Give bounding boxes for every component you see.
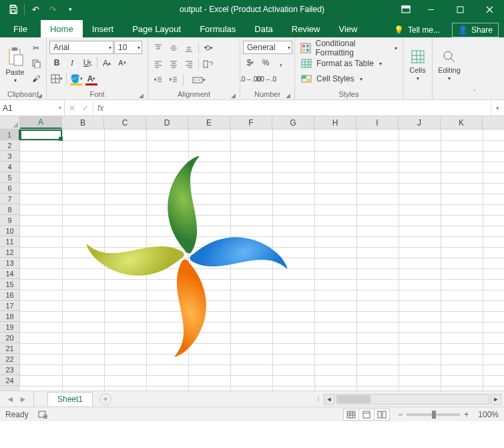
select-all-corner[interactable] [0, 116, 20, 129]
row-header[interactable]: 10 [0, 226, 20, 236]
maximize-button[interactable] [445, 0, 475, 19]
expand-formula-bar-icon[interactable]: ▾ [491, 100, 504, 116]
row-header[interactable]: 9 [0, 215, 20, 226]
row-header[interactable]: 6 [0, 183, 20, 194]
cancel-formula-icon[interactable]: ✕ [69, 103, 75, 113]
col-header[interactable]: A [20, 116, 62, 129]
orientation-button[interactable]: ⟲▾ [201, 41, 216, 55]
hscroll-left-icon[interactable]: ◄ [324, 394, 334, 405]
tab-insert[interactable]: Insert [83, 20, 123, 37]
paste-button[interactable]: Paste ▾ [3, 39, 27, 88]
tell-me-search[interactable]: 💡 Tell me... [389, 23, 445, 37]
row-header[interactable]: 5 [0, 172, 20, 183]
tab-view[interactable]: View [329, 20, 366, 37]
col-header[interactable]: J [399, 116, 441, 129]
sheet-nav-next-icon[interactable]: ► [19, 395, 27, 404]
row-header[interactable]: 12 [0, 247, 20, 258]
macro-record-icon[interactable] [38, 409, 49, 420]
accounting-button[interactable]: $▾ [243, 55, 258, 70]
merge-button[interactable]: ▾ [186, 73, 212, 87]
row-header[interactable]: 22 [0, 354, 20, 365]
cell-styles-button[interactable]: Cell Styles▾ [298, 71, 400, 86]
increase-indent-button[interactable] [166, 73, 181, 87]
format-as-table-button[interactable]: Format as Table▾ [298, 56, 400, 71]
tab-page-layout[interactable]: Page Layout [123, 20, 190, 37]
minimize-button[interactable] [416, 0, 445, 19]
underline-button[interactable]: U▾ [80, 55, 95, 70]
embedded-image[interactable] [87, 156, 287, 357]
row-header[interactable]: 3 [0, 151, 20, 162]
hscroll-thumb[interactable] [337, 395, 370, 403]
row-header[interactable]: 16 [0, 290, 20, 300]
editing-button[interactable]: Editing ▾ [435, 39, 463, 88]
decrease-decimal-button[interactable]: .00→.0 [258, 71, 273, 86]
fill-color-button[interactable]: 🪣▾ [69, 71, 83, 86]
align-middle-button[interactable] [166, 41, 181, 55]
align-bottom-button[interactable] [182, 41, 196, 55]
row-header[interactable]: 4 [0, 162, 20, 172]
row-header[interactable]: 14 [0, 268, 20, 279]
hscroll-right-icon[interactable]: ► [491, 394, 501, 405]
borders-button[interactable]: ▾ [49, 71, 64, 86]
zoom-in-button[interactable]: + [464, 410, 469, 419]
font-color-button[interactable]: A▾ [84, 71, 99, 86]
italic-button[interactable]: I [65, 55, 79, 70]
fill-handle[interactable] [59, 137, 63, 141]
row-header[interactable]: 13 [0, 258, 20, 268]
new-sheet-button[interactable]: + [99, 393, 111, 405]
close-button[interactable] [475, 0, 504, 19]
view-page-layout-button[interactable] [358, 409, 374, 421]
tab-formulas[interactable]: Formulas [190, 20, 245, 37]
col-header[interactable]: F [230, 116, 272, 129]
hscroll-track[interactable] [336, 394, 489, 405]
row-header[interactable]: 18 [0, 311, 20, 322]
row-header[interactable]: 24 [0, 375, 20, 386]
row-header[interactable]: 17 [0, 300, 20, 311]
formula-bar-input[interactable] [107, 100, 491, 116]
qat-customize-icon[interactable]: ▾ [62, 1, 78, 17]
tab-data[interactable]: Data [245, 20, 282, 37]
view-normal-button[interactable] [343, 409, 359, 421]
row-header[interactable]: 21 [0, 343, 20, 354]
number-format-combo[interactable]: General▾ [243, 41, 292, 54]
row-header[interactable]: 20 [0, 332, 20, 343]
undo-icon[interactable]: ↶ [27, 1, 43, 17]
col-header[interactable]: B [62, 116, 104, 129]
cell-grid[interactable] [20, 130, 504, 391]
row-header[interactable]: 23 [0, 365, 20, 375]
font-name-combo[interactable]: Arial▾ [49, 41, 113, 54]
row-header[interactable]: 19 [0, 322, 20, 332]
alignment-launcher-icon[interactable]: ◢ [231, 92, 236, 99]
col-header[interactable]: H [314, 116, 356, 129]
col-header[interactable]: C [104, 116, 146, 129]
row-header[interactable]: 2 [0, 140, 20, 151]
format-painter-button[interactable]: 🖌 [29, 71, 43, 86]
col-header[interactable]: I [356, 116, 399, 129]
col-header[interactable]: D [146, 116, 188, 129]
view-page-break-button[interactable] [374, 409, 390, 421]
cut-button[interactable]: ✂ [29, 41, 43, 55]
cells-button[interactable]: Cells ▾ [406, 39, 429, 88]
row-header[interactable]: 1 [0, 130, 20, 140]
zoom-slider-thumb[interactable] [432, 411, 436, 419]
font-size-combo[interactable]: 10▾ [114, 41, 142, 54]
collapse-ribbon-icon[interactable]: ˆ [467, 37, 482, 99]
comma-button[interactable]: , [274, 55, 288, 70]
align-center-button[interactable] [166, 57, 181, 71]
redo-icon[interactable]: ↷ [45, 1, 61, 17]
decrease-indent-button[interactable] [151, 73, 166, 87]
grow-font-button[interactable]: A▴ [99, 55, 114, 70]
font-launcher-icon[interactable]: ◢ [139, 92, 144, 99]
number-launcher-icon[interactable]: ◢ [286, 92, 290, 99]
align-left-button[interactable] [151, 57, 166, 71]
conditional-formatting-button[interactable]: Conditional Formatting▾ [298, 41, 400, 55]
sheet-nav-prev-icon[interactable]: ◄ [7, 395, 15, 404]
row-header[interactable]: 15 [0, 279, 20, 290]
zoom-slider-track[interactable] [407, 413, 460, 416]
tab-file[interactable]: File [0, 20, 41, 37]
row-header[interactable]: 7 [0, 194, 20, 204]
name-box[interactable]: A1▾ [0, 100, 65, 116]
row-header[interactable]: 8 [0, 204, 20, 215]
clipboard-launcher-icon[interactable]: ◢ [37, 92, 42, 99]
align-right-button[interactable] [182, 57, 196, 71]
